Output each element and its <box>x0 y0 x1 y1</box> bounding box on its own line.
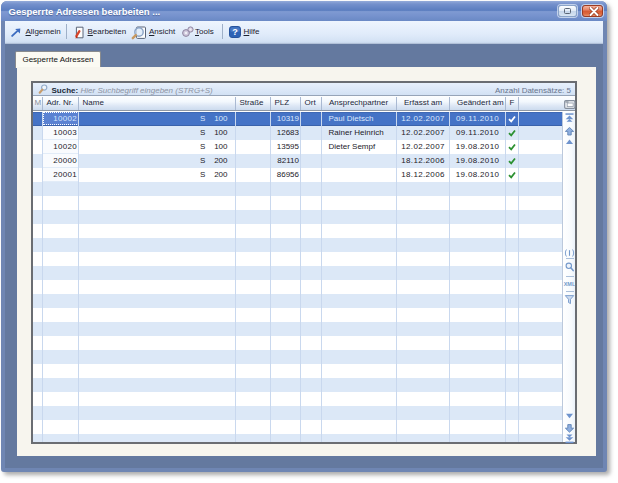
svg-text:?: ? <box>232 27 238 37</box>
